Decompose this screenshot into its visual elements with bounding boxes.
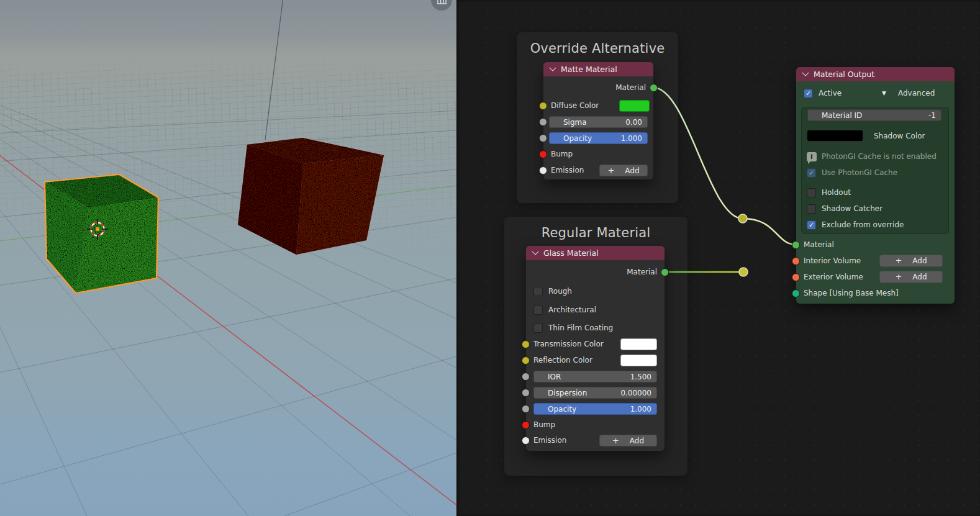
- row-exclude-override: Exclude from override: [801, 217, 949, 232]
- holdout-label: Holdout: [822, 188, 851, 197]
- socket-emission[interactable]: [522, 437, 530, 445]
- thin-film-checkbox[interactable]: [533, 324, 543, 333]
- node-glass-material[interactable]: Glass Material Material Rough Architectu…: [526, 246, 665, 451]
- add-label: Add: [625, 166, 639, 175]
- socket-material-output[interactable]: [661, 268, 669, 276]
- reflection-label: Reflection Color: [533, 356, 592, 364]
- chevron-down-icon[interactable]: [802, 69, 809, 76]
- advanced-label[interactable]: Advanced: [898, 89, 935, 97]
- row-bump: Bump: [543, 146, 653, 162]
- node-editor[interactable]: Override Alternative Regular Material: [456, 0, 980, 516]
- diffuse-label: Diffuse Color: [551, 101, 599, 110]
- plus-icon: +: [607, 166, 614, 174]
- row-shadow-catcher: Shadow Catcher: [801, 201, 949, 216]
- material-id-slider[interactable]: Material ID -1: [807, 109, 941, 121]
- socket-sigma[interactable]: [539, 118, 547, 126]
- rough-checkbox[interactable]: [533, 287, 543, 296]
- viewport-3d[interactable]: [0, 0, 456, 516]
- plus-icon: +: [895, 273, 902, 281]
- node-title: Glass Material: [543, 248, 599, 258]
- row-photongi-info: i PhotonGI Cache is not enabled: [801, 149, 949, 164]
- emission-label: Emission: [551, 166, 584, 174]
- architectural-label: Architectural: [548, 306, 596, 314]
- slider-value: 1.500: [630, 373, 651, 381]
- node-material-output[interactable]: Material Output Active ▼ Advanced Materi…: [796, 67, 955, 304]
- output-label: Material: [615, 83, 646, 92]
- socket-shape[interactable]: [792, 289, 800, 297]
- shadow-catcher-label: Shadow Catcher: [822, 204, 882, 213]
- thin-film-label: Thin Film Coating: [548, 324, 613, 332]
- slider-label: IOR: [548, 373, 561, 381]
- sigma-slider[interactable]: Sigma 0.00: [549, 116, 648, 128]
- reroute-node[interactable]: [739, 268, 748, 276]
- bump-label: Bump: [551, 150, 573, 158]
- ior-slider[interactable]: IOR 1.500: [533, 371, 657, 382]
- row-bump: Bump: [526, 417, 665, 433]
- transmission-label: Transmission Color: [533, 340, 604, 348]
- socket-bump[interactable]: [539, 150, 547, 158]
- blender-window: Override Alternative Regular Material: [0, 0, 980, 516]
- slider-value: -1: [928, 111, 936, 120]
- shadow-color-swatch[interactable]: [807, 130, 863, 142]
- active-checkbox[interactable]: [804, 89, 813, 98]
- transmission-color-swatch[interactable]: [620, 338, 657, 350]
- node-header[interactable]: Glass Material: [526, 246, 665, 260]
- socket-emission[interactable]: [539, 166, 547, 174]
- socket-material-input[interactable]: [792, 241, 800, 249]
- triangle-down-icon[interactable]: ▼: [882, 90, 886, 96]
- floor-grid: [0, 57, 456, 516]
- exclude-override-checkbox[interactable]: [807, 220, 816, 230]
- slider-label: Material ID: [822, 111, 862, 120]
- interior-volume-label: Interior Volume: [804, 256, 861, 265]
- use-photongi-checkbox[interactable]: [807, 168, 816, 178]
- active-label: Active: [819, 89, 842, 97]
- socket-interior-volume[interactable]: [792, 257, 800, 265]
- socket-bump[interactable]: [522, 421, 530, 429]
- chevron-down-icon[interactable]: [532, 248, 538, 255]
- output-row-material: Material: [543, 79, 653, 96]
- add-label: Add: [630, 437, 644, 445]
- node-title: Matte Material: [561, 65, 617, 74]
- node-header[interactable]: Matte Material: [543, 62, 653, 76]
- slider-value: 1.000: [630, 405, 651, 414]
- socket-ior[interactable]: [522, 373, 530, 381]
- socket-material-output[interactable]: [650, 84, 658, 92]
- opacity-slider[interactable]: Opacity 1.000: [549, 132, 648, 144]
- slider-value: 0.00000: [620, 389, 651, 397]
- socket-opacity[interactable]: [522, 405, 530, 413]
- diffuse-color-swatch[interactable]: [619, 100, 650, 112]
- holdout-checkbox[interactable]: [807, 188, 816, 197]
- add-label: Add: [912, 256, 927, 265]
- opacity-slider[interactable]: Opacity 1.000: [533, 403, 657, 415]
- shadow-catcher-checkbox[interactable]: [807, 204, 816, 214]
- row-material-input: Material: [796, 237, 955, 253]
- reflection-color-swatch[interactable]: [620, 355, 657, 366]
- row-holdout: Holdout: [801, 185, 949, 200]
- socket-exterior-volume[interactable]: [792, 273, 800, 281]
- architectural-checkbox[interactable]: [533, 306, 543, 315]
- shape-label: Shape [Using Base Mesh]: [804, 289, 899, 297]
- add-label: Add: [912, 273, 927, 281]
- add-emission-button[interactable]: + Add: [599, 435, 657, 446]
- slider-label: Dispersion: [548, 389, 587, 397]
- chevron-down-icon[interactable]: [549, 64, 556, 71]
- dispersion-slider[interactable]: Dispersion 0.00000: [533, 387, 657, 399]
- socket-reflection-color[interactable]: [522, 356, 530, 364]
- socket-diffuse-color[interactable]: [539, 102, 547, 110]
- add-exterior-volume-button[interactable]: + Add: [879, 271, 943, 283]
- add-interior-volume-button[interactable]: + Add: [879, 255, 943, 267]
- slider-label: Sigma: [563, 118, 587, 127]
- row-rough: Rough: [526, 283, 665, 299]
- node-header[interactable]: Material Output: [796, 67, 955, 81]
- output-row-material: Material: [526, 264, 665, 280]
- node-matte-material[interactable]: Matte Material Material Diffuse Color Si…: [543, 62, 653, 179]
- add-emission-button[interactable]: + Add: [599, 165, 648, 176]
- material-input-label: Material: [804, 240, 834, 249]
- socket-dispersion[interactable]: [522, 389, 530, 397]
- socket-opacity[interactable]: [539, 134, 547, 142]
- red-cube[interactable]: [238, 138, 384, 255]
- socket-transmission-color[interactable]: [522, 340, 530, 348]
- bump-label: Bump: [533, 420, 555, 429]
- shadow-color-label: Shadow Color: [874, 132, 925, 140]
- reroute-node[interactable]: [738, 214, 747, 223]
